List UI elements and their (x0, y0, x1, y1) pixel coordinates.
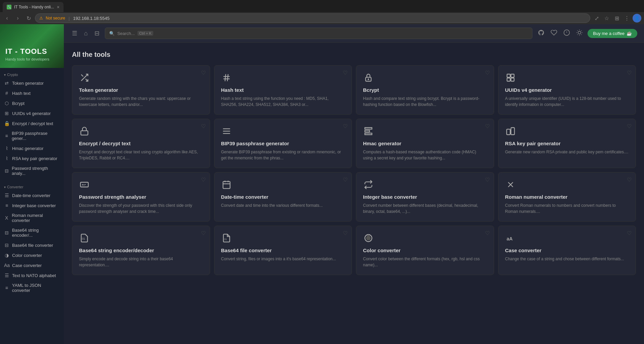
search-bar[interactable]: 🔍 Search... Ctrl + K (105, 28, 532, 39)
tool-card-desc: Generate new random RSA private and publ… (505, 149, 629, 155)
svg-line-18 (227, 74, 228, 81)
tool-card-base64str[interactable]: ♡ 01 Base64 string encoder/decoder Simpl… (72, 226, 210, 275)
favorite-icon[interactable]: ♡ (627, 123, 632, 129)
category-label: Converter (7, 185, 23, 189)
sidebar-item-case[interactable]: Aa Case converter (0, 260, 64, 270)
browser-tabs: 🔧 IT Tools - Handy onli... × (0, 0, 644, 12)
sidebar-item-roman[interactable]: X Roman numeral converter (0, 211, 64, 225)
favorite-icon[interactable]: ♡ (343, 70, 348, 76)
tool-card-desc: Convert color between the different form… (363, 256, 487, 268)
sidebar-category-crypto[interactable]: ▾ Crypto (0, 70, 64, 78)
forward-button[interactable]: › (13, 14, 22, 23)
svg-line-10 (577, 34, 578, 35)
sidebar-item-rsa[interactable]: ⌇ RSA key pair generator (0, 153, 64, 163)
sidebar-item-hmac[interactable]: ⌇ Hmac generator (0, 143, 64, 153)
favorite-icon[interactable]: ♡ (627, 70, 632, 76)
tool-card-token-generator[interactable]: ♡ Token generator Generate random string… (72, 65, 210, 115)
tool-card-uuids[interactable]: ♡ UUIDs v4 generator A universally uniqu… (498, 65, 636, 115)
sidebar-item-base64str[interactable]: ⊟ Base64 string encoder/... (0, 225, 64, 240)
case-icon: Aa (4, 263, 9, 268)
sidebar-item-yaml[interactable]: ≡ YAML to JSON converter (0, 280, 64, 295)
tool-card-base64file[interactable]: ♡ 01 Base64 file converter Convert strin… (214, 226, 352, 275)
back-button[interactable]: ‹ (3, 14, 11, 23)
sidebar-item-password[interactable]: ⊟ Password strength analy... (0, 163, 64, 178)
favorite-icon[interactable]: ♡ (627, 230, 632, 236)
favorite-icon[interactable]: ♡ (201, 123, 206, 129)
tool-card-desc: A universally unique identifier (UUID) i… (505, 95, 629, 108)
tool-card-hmac[interactable]: ♡ Hmac generator Computes a hash-based m… (356, 119, 494, 168)
tool-card-encrypt[interactable]: ♡ Encrypt / decrypt text Encrypt and dec… (72, 119, 210, 168)
tab-close-button[interactable]: × (57, 4, 59, 10)
tool-card-roman[interactable]: ♡ Roman numeral converter Convert Roman … (498, 172, 636, 222)
tool-card-desc: Computes a hash-based message authentica… (363, 149, 487, 161)
address-warning-text: Not secure (46, 16, 65, 21)
favorite-icon[interactable]: ♡ (343, 230, 348, 236)
extensions-button[interactable]: ⊞ (612, 14, 621, 23)
github-button[interactable] (536, 28, 546, 39)
share-button[interactable]: ⤢ (592, 14, 601, 23)
sidebar-item-label: Token generator (12, 81, 44, 86)
tool-card-desc: Change the case of a string and chose be… (505, 256, 629, 262)
hash-icon (221, 72, 232, 83)
sidebar-item-encrypt[interactable]: 🔒 Encrypt / decrypt text (0, 118, 64, 128)
favorite-icon[interactable]: ♡ (201, 177, 206, 183)
tool-card-desc: Discover the strength of your password w… (79, 202, 203, 215)
nato-icon: ☰ (4, 273, 9, 278)
tool-card-case[interactable]: ♡ aA Case converter Change the case of a… (498, 226, 636, 275)
sidebar-category-converter[interactable]: ▾ Converter (0, 182, 64, 190)
sidebar-item-bcrypt[interactable]: ⬡ Bcrypt (0, 98, 64, 108)
logo-title: IT - TOOLS (5, 47, 58, 56)
favorites-button[interactable]: ⊟ (93, 28, 101, 38)
favorite-icon[interactable]: ♡ (201, 70, 206, 76)
theme-button[interactable] (575, 28, 584, 39)
tool-card-rsa[interactable]: ♡ RSA key pair generator Generate new ra… (498, 119, 636, 168)
favorite-icon[interactable]: ♡ (343, 123, 348, 129)
roman-icon (505, 179, 516, 190)
active-tab[interactable]: 🔧 IT Tools - Handy onli... × (3, 2, 64, 12)
favorite-icon[interactable]: ♡ (627, 177, 632, 183)
tool-card-title: Encrypt / decrypt text (79, 141, 203, 146)
tool-card-desc: Convert Roman numerals to numbers and co… (505, 202, 629, 215)
tool-card-title: BIP39 passphrase generator (221, 141, 345, 146)
favorite-icon[interactable]: ♡ (485, 70, 490, 76)
sidebar-item-label: Base64 file converter (12, 243, 53, 248)
sidebar-item-label: UUIDs v4 generator (12, 111, 51, 116)
profile-button[interactable]: 👤 (633, 14, 641, 23)
sidebar-item-hash-text[interactable]: # Hash text (0, 88, 64, 98)
favorite-icon[interactable]: ♡ (485, 123, 490, 129)
svg-text:01: 01 (82, 237, 85, 240)
sidebar-item-color[interactable]: ◑ Color converter (0, 250, 64, 260)
base64str-icon: ⊟ (4, 230, 9, 235)
tool-card-datetime[interactable]: ♡ Date-time converter Convert date and t… (214, 172, 352, 222)
sidebar-item-datetime[interactable]: ☰ Date-time converter (0, 190, 64, 200)
favorite-icon[interactable]: ♡ (485, 177, 490, 183)
menu-toggle-button[interactable]: ☰ (71, 28, 79, 38)
menu-button[interactable]: ⋮ (622, 14, 631, 23)
tool-card-password[interactable]: ♡ Password strength analyser Discover th… (72, 172, 210, 222)
buy-coffee-button[interactable]: Buy me a coffee ☕ (588, 29, 637, 38)
sidebar-item-integer-base[interactable]: ≡ Integer base converter (0, 200, 64, 211)
sidebar-item-uuids[interactable]: ⊞ UUIDs v4 generator (0, 108, 64, 118)
rsa-icon (505, 126, 516, 137)
sidebar-item-bip39[interactable]: ≡ BIP39 passphrase gener... (0, 128, 64, 143)
address-bar[interactable]: ⚠ Not secure | 192.168.1.18:5545 (35, 13, 590, 23)
tool-card-color[interactable]: ♡ Color converter Convert color between … (356, 226, 494, 275)
home-button[interactable]: ⌂ (83, 29, 89, 38)
sidebar-item-token-generator[interactable]: ⇄ Token generator (0, 78, 64, 88)
sidebar-item-base64file[interactable]: ⊟ Base64 file converter (0, 240, 64, 250)
bookmark-button[interactable]: ☆ (602, 14, 611, 23)
info-button[interactable] (562, 28, 571, 39)
sidebar-item-label: Base64 string encoder/... (12, 228, 60, 238)
tool-card-bcrypt[interactable]: ♡ Bcrypt Hash and compare text string us… (356, 65, 494, 115)
reload-button[interactable]: ↻ (24, 14, 33, 23)
favorite-icon[interactable]: ♡ (485, 230, 490, 236)
datetime-icon (221, 179, 232, 190)
tool-card-bip39[interactable]: ♡ BIP39 passphrase generator Generate BI… (214, 119, 352, 168)
heart-button[interactable] (549, 28, 559, 39)
tool-card-integer-base[interactable]: ♡ Integer base converter Convert number … (356, 172, 494, 222)
sidebar-item-nato[interactable]: ☰ Text to NATO alphabet (0, 270, 64, 280)
svg-rect-23 (507, 78, 510, 81)
tool-card-hash-text[interactable]: ♡ Hash text Hash a text string using the… (214, 65, 352, 115)
favorite-icon[interactable]: ♡ (201, 230, 206, 236)
favorite-icon[interactable]: ♡ (343, 177, 348, 183)
